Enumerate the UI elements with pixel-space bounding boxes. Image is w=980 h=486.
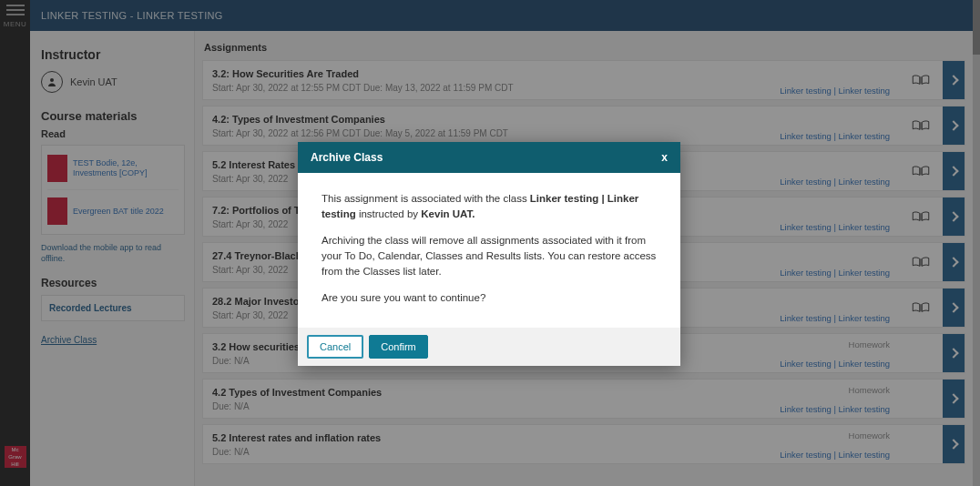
modal-paragraph-1: This assignment is associated with the c… bbox=[322, 191, 657, 222]
close-icon[interactable]: x bbox=[661, 151, 668, 164]
modal-body: This assignment is associated with the c… bbox=[298, 173, 680, 328]
confirm-button[interactable]: Confirm bbox=[369, 335, 428, 359]
cancel-button[interactable]: Cancel bbox=[307, 335, 363, 359]
archive-class-modal: Archive Class x This assignment is assoc… bbox=[298, 142, 680, 366]
modal-title: Archive Class bbox=[311, 151, 383, 164]
modal-paragraph-2: Archiving the class will remove all assi… bbox=[322, 233, 657, 279]
modal-footer: Cancel Confirm bbox=[298, 328, 680, 366]
modal-paragraph-3: Are you sure you want to continue? bbox=[322, 290, 657, 306]
modal-header: Archive Class x bbox=[298, 142, 680, 173]
